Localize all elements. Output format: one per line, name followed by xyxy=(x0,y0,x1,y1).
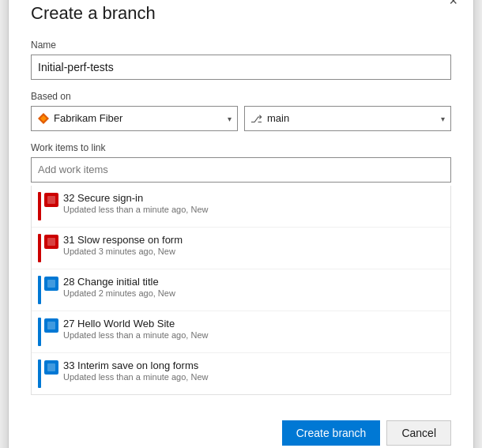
create-branch-button[interactable]: Create branch xyxy=(282,420,381,446)
work-item-icon xyxy=(44,360,58,375)
work-item-icon xyxy=(44,318,58,333)
dialog-footer: Create branch Cancel xyxy=(31,411,451,446)
work-item-icon xyxy=(44,193,58,207)
work-item-content: 32 Secure sign-in Updated less than a mi… xyxy=(63,192,444,214)
work-item-meta: Updated 2 minutes ago, New xyxy=(63,288,444,298)
work-items-list: 32 Secure sign-in Updated less than a mi… xyxy=(31,186,451,395)
work-item: 27 Hello World Web Site Updated less tha… xyxy=(32,311,450,353)
branch-select-wrapper: ⎇ main ▾ xyxy=(244,106,451,131)
work-item: 32 Secure sign-in Updated less than a mi… xyxy=(32,186,450,228)
work-item-meta: Updated 3 minutes ago, New xyxy=(63,247,444,256)
work-items-section: Work items to link 32 Secure sign-in Upd… xyxy=(31,142,451,395)
work-item-content: 33 Interim save on long forms Updated le… xyxy=(63,360,444,382)
branch-select[interactable]: main xyxy=(244,106,451,131)
work-item-color-bar xyxy=(38,192,41,220)
repo-select[interactable]: Fabrikam Fiber xyxy=(31,106,238,131)
svg-rect-5 xyxy=(47,238,55,246)
svg-rect-7 xyxy=(47,280,55,288)
work-item-title: 33 Interim save on long forms xyxy=(63,360,444,371)
work-item-meta: Updated less than a minute ago, New xyxy=(63,330,444,340)
name-label: Name xyxy=(31,40,451,51)
work-item: 31 Slow response on form Updated 3 minut… xyxy=(32,228,450,269)
work-item-content: 27 Hello World Web Site Updated less tha… xyxy=(63,318,444,340)
svg-rect-11 xyxy=(47,363,55,371)
work-item-icon xyxy=(44,277,58,291)
work-item-title: 27 Hello World Web Site xyxy=(63,318,444,329)
work-items-label: Work items to link xyxy=(31,142,451,153)
work-item-meta: Updated less than a minute ago, New xyxy=(63,372,444,382)
based-on-section: Based on Fabrikam Fiber ▾ ⎇ xyxy=(31,91,451,131)
repo-select-wrapper: Fabrikam Fiber ▾ xyxy=(31,106,238,131)
based-on-row: Fabrikam Fiber ▾ ⎇ main ▾ xyxy=(31,106,451,131)
work-item-color-bar xyxy=(38,234,41,262)
svg-rect-9 xyxy=(47,322,55,329)
create-branch-dialog: × Create a branch Name Based on Fabrikam… xyxy=(8,0,474,448)
work-item: 28 Change initial title Updated 2 minute… xyxy=(32,269,450,311)
work-item: 33 Interim save on long forms Updated le… xyxy=(32,353,450,394)
work-item-title: 32 Secure sign-in xyxy=(63,192,444,204)
work-item-color-bar xyxy=(38,360,41,388)
add-work-items-input[interactable] xyxy=(31,157,451,183)
based-on-label: Based on xyxy=(31,91,451,102)
work-item-color-bar xyxy=(38,276,41,304)
cancel-button[interactable]: Cancel xyxy=(386,420,451,446)
close-button[interactable]: × xyxy=(444,0,462,9)
name-input[interactable] xyxy=(31,55,451,80)
name-section: Name xyxy=(31,40,451,91)
work-item-title: 31 Slow response on form xyxy=(63,234,444,246)
work-item-color-bar xyxy=(38,318,41,346)
svg-rect-3 xyxy=(47,196,55,204)
work-item-title: 28 Change initial title xyxy=(63,276,444,288)
work-item-content: 28 Change initial title Updated 2 minute… xyxy=(63,276,444,298)
work-item-meta: Updated less than a minute ago, New xyxy=(63,205,444,214)
work-item-icon xyxy=(44,235,58,249)
dialog-title: Create a branch xyxy=(31,3,451,24)
work-item-content: 31 Slow response on form Updated 3 minut… xyxy=(63,234,444,256)
